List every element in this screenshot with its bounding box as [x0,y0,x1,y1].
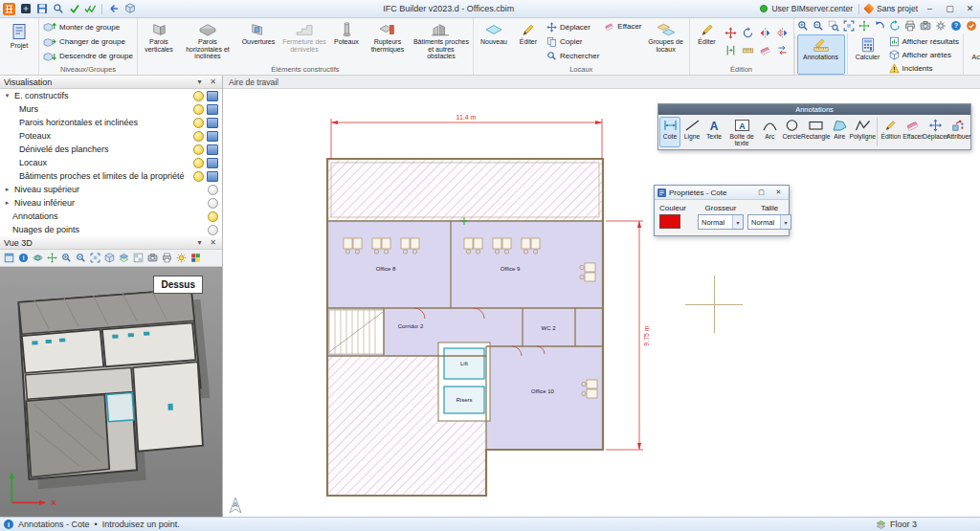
properties-dialog[interactable]: Propriétés - Cote ▢ ✕ Couleur Grosseur T… [654,185,790,236]
tree-item-poteaux[interactable]: Poteaux [0,129,222,143]
tree-item-locaux[interactable]: Locaux [0,156,222,169]
palette-icon[interactable] [189,252,202,265]
move-tool-icon[interactable] [724,25,739,40]
close-icon[interactable]: ✕ [208,238,218,247]
drawing-canvas[interactable]: Office 8 Office 9 Corridor 2 WC 2 Lift R… [223,89,980,517]
tool-cercle[interactable]: Cercle [781,117,802,147]
close-icon[interactable]: ✕ [208,77,218,86]
tree-item-nuages-points[interactable]: Nuages de points [0,223,222,236]
changer-groupe-button[interactable]: Changer de groupe [41,35,135,49]
visibility-bulb-icon[interactable] [193,144,204,155]
chevron-right-icon[interactable]: ▸ [3,186,11,193]
floor-plan[interactable]: Office 8 Office 9 Corridor 2 WC 2 Lift R… [323,110,652,504]
groupes-locaux-button[interactable]: Groupes de locaux [645,19,687,64]
double-check-icon[interactable] [83,2,98,15]
bimserver-sync-icon[interactable] [965,19,979,33]
annotations-button[interactable]: Annotations [797,34,845,75]
app-logo-icon[interactable] [2,2,16,15]
chevron-down-icon[interactable]: ▾ [3,92,11,100]
parois-horizontales-button[interactable]: Parois horizontales et inclinées [179,19,236,64]
back-arrow-icon[interactable] [106,2,121,15]
invert-tool-icon[interactable] [775,42,791,57]
close-button[interactable]: ✕ [962,2,978,16]
menu-icon[interactable] [18,2,33,15]
descendre-groupe-button[interactable]: Descendre de groupe [41,50,135,63]
afficher-aretes-button[interactable]: Afficher arêtes [887,48,961,61]
zoom-out-icon[interactable] [812,19,826,33]
workarea-tab[interactable]: Aire de travail [223,76,980,89]
layer-output-icon[interactable] [207,158,218,168]
parois-verticales-button[interactable]: Parois verticales [140,19,178,64]
measure-tool-icon[interactable] [741,42,756,57]
window-icon[interactable] [2,252,15,265]
visibility-bulb-icon[interactable] [193,131,204,142]
zoom-extents-icon[interactable] [842,19,857,33]
incidents-button[interactable]: Incidents [887,61,961,75]
editer-local-button[interactable]: Éditer [513,19,544,64]
search-icon[interactable] [51,2,65,15]
rechercher-local-button[interactable]: Rechercher [545,50,601,63]
tool-polyligne[interactable]: Polyligne [851,117,874,147]
project-button[interactable]: Projet [2,19,36,64]
tree-item-parois-horizontales[interactable]: Parois horizontales et inclinées [0,116,222,129]
tree-item-batiments-proches[interactable]: Bâtiments proches et limites de la propr… [0,169,222,183]
tool-deplacer[interactable]: Déplacer [924,117,947,147]
redraw-icon[interactable] [888,19,902,33]
dropdown-arrow-icon[interactable]: ▾ [732,215,743,229]
previous-view-icon[interactable] [873,19,887,33]
actualiser-button[interactable]: Actualiser [966,34,980,75]
print-icon[interactable] [903,19,918,33]
capture-icon[interactable] [919,19,933,33]
offset-tool-icon[interactable] [724,42,739,57]
vue3d-viewport[interactable]: X Dessus [0,267,222,517]
zoom-in-icon[interactable] [59,252,73,265]
chevron-right-icon[interactable]: ▸ [3,199,11,207]
camera-icon[interactable] [145,252,159,265]
view-orientation-badge[interactable]: Dessus [153,276,203,294]
grosseur-select[interactable]: Normal ▾ [698,214,744,230]
tool-edition[interactable]: Édition [880,117,902,147]
tree-item-denivele-planchers[interactable]: Dénivelé des planchers [0,143,222,156]
afficher-resultats-button[interactable]: Afficher résultats [887,34,961,48]
tool-aire[interactable]: Aire [829,117,850,147]
nouveau-local-button[interactable]: Nouveau [476,19,512,64]
tree-item-niveau-superieur[interactable]: ▸ Niveau supérieur [0,183,222,196]
copier-local-button[interactable]: Copier [545,35,601,49]
cube-view-icon[interactable] [102,252,116,265]
check-icon[interactable] [67,2,81,15]
tree-item-annotations[interactable]: Annotations [0,210,222,223]
layer-output-icon[interactable] [207,131,218,142]
poteaux-button[interactable]: Poteaux [329,19,364,64]
layer-output-icon[interactable] [207,118,218,128]
properties-dialog-titlebar[interactable]: Propriétés - Cote ▢ ✕ [655,186,789,200]
visibility-bulb-icon[interactable] [208,198,218,209]
tool-boite-de-texte[interactable]: A Boîte de texte [725,117,758,147]
zoom-out-icon[interactable] [74,252,87,265]
minimize-button[interactable]: – [922,2,938,16]
tree-item-murs[interactable]: Murs [0,102,222,116]
visibility-bulb-icon[interactable] [208,225,218,235]
tool-ligne[interactable]: Ligne [681,117,702,147]
zoom-in-icon[interactable] [796,19,811,33]
cube-icon[interactable] [122,2,137,15]
layers-icon[interactable] [117,252,130,265]
sun-icon[interactable] [174,252,188,265]
layer-output-icon[interactable] [207,171,218,182]
monter-groupe-button[interactable]: Monter de groupe [41,20,135,33]
help-icon[interactable]: ? [949,19,964,33]
tool-attribuer[interactable]: Attribuer [948,117,970,147]
project-label[interactable]: Sans projet [877,4,918,13]
ouvertures-button[interactable]: Ouvertures [237,19,279,64]
visibility-bulb-icon[interactable] [193,158,204,168]
floor-indicator[interactable]: Floor 3 [890,520,917,529]
tree-item-e-constructifs[interactable]: ▾ E. constructifs [0,89,222,102]
rupteurs-thermiques-button[interactable]: Rupteurs thermiques [365,19,411,64]
settings-icon[interactable] [934,19,948,33]
visibility-bulb-icon[interactable] [193,171,204,182]
mirror-copy-tool-icon[interactable] [758,25,773,40]
visibility-bulb-icon[interactable] [193,91,204,101]
visibility-bulb-icon[interactable] [208,185,218,195]
taille-select[interactable]: Normal ▾ [747,214,791,230]
pan-icon[interactable] [858,19,872,33]
print-icon[interactable] [160,252,173,265]
